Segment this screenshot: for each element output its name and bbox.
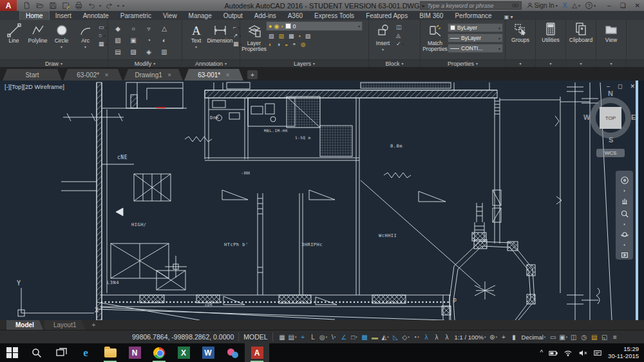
infer-constraints-icon[interactable]: + <box>298 332 308 343</box>
annotation-panel-footer[interactable]: Annotation▾ <box>182 60 240 67</box>
close-tab-icon[interactable]: ✕ <box>225 72 230 78</box>
utilities-panel-footer[interactable]: ▾ <box>536 60 566 67</box>
layer-properties-button[interactable]: Layer Properties <box>242 21 266 59</box>
word-icon[interactable]: W <box>196 343 220 362</box>
modify-tool-2[interactable]: ▿ <box>141 23 156 34</box>
layer-tool-a0[interactable]: ▧ <box>269 33 274 39</box>
navigation-bar[interactable]: ▾ ▾ ▾ <box>616 171 633 260</box>
file-explorer-icon[interactable] <box>98 343 122 362</box>
modify-tool-6[interactable]: ◔ <box>141 34 156 46</box>
properties-panel-footer[interactable]: Properties▾ <box>421 60 506 67</box>
ribbon-tab-annotate[interactable]: Annotate <box>77 12 115 20</box>
edge-icon[interactable]: e <box>73 343 98 362</box>
drawing-minimize-button[interactable]: – <box>607 83 610 90</box>
circle-button[interactable]: Circle▾ <box>50 21 73 59</box>
new-layout-button[interactable]: + <box>86 321 100 329</box>
modify-tool-5[interactable]: ▣ <box>126 34 141 46</box>
layer-tool-b3[interactable]: ◓ <box>292 41 296 48</box>
line-button[interactable]: Line <box>2 21 26 59</box>
tab-layout1[interactable]: Layout1 <box>44 320 86 330</box>
lineweight-icon[interactable]: ▬ <box>370 332 380 343</box>
layer-tool-b1[interactable]: ◑ <box>276 41 279 48</box>
autocad-app-menu-icon[interactable]: A <box>0 0 17 11</box>
modify-tool-4[interactable]: ▧ <box>110 34 126 46</box>
ribbon-tab-featured-apps[interactable]: Featured Apps <box>360 12 413 20</box>
block-tool-2[interactable]: ✓▾ <box>396 41 404 47</box>
undo-icon[interactable] <box>86 1 96 10</box>
action-center-icon[interactable] <box>593 349 602 357</box>
notification-icon[interactable]: ▤ <box>589 332 599 343</box>
ribbon-tab-insert[interactable]: Insert <box>50 12 77 20</box>
new-file-icon[interactable] <box>22 1 32 10</box>
ribbon-tab-bim-360[interactable]: BIM 360 <box>413 12 449 20</box>
view-cube-top-face[interactable]: TOP <box>600 107 621 129</box>
arc-button[interactable]: Arc▾ <box>73 21 97 59</box>
draw-panel-footer[interactable]: Draw▾ <box>0 60 108 67</box>
close-tab-icon[interactable]: ✕ <box>167 72 172 78</box>
graphics-performance-icon[interactable]: ◫ <box>569 332 578 343</box>
exchange-apps-icon[interactable]: X <box>563 2 567 9</box>
ortho-mode-icon[interactable]: L <box>308 332 318 343</box>
task-view-button[interactable] <box>49 343 73 362</box>
draw-tool-2[interactable]: ▦▾ <box>99 41 108 47</box>
workspace-switching-icon[interactable]: ⊛▾ <box>489 332 498 343</box>
block-panel-footer[interactable]: Block▾ <box>369 60 421 67</box>
redo-menu-icon[interactable]: ▾ <box>117 3 119 8</box>
file-tab-start[interactable]: Start <box>3 69 62 81</box>
redo-icon[interactable] <box>104 1 114 10</box>
minimize-button[interactable]: – <box>607 2 611 9</box>
snap-mode-icon[interactable]: ▤▾ <box>288 332 298 343</box>
pan-icon[interactable] <box>620 196 630 205</box>
search-expand-icon[interactable]: ▶ <box>422 3 426 8</box>
linetype-dropdown[interactable]: CONTI...▾ <box>448 44 503 53</box>
drawing-canvas[interactable]: YX0.0mcNEHIGH/L3N4-HHDnKMBL.IM-HK1-5Q mH… <box>0 81 644 320</box>
save-icon[interactable] <box>48 1 57 10</box>
battery-icon[interactable] <box>549 349 558 357</box>
draw-tool-0[interactable]: ▭▾ <box>99 24 108 30</box>
wcs-dropdown[interactable]: WCS <box>596 149 625 157</box>
units-value[interactable]: Decimal▾ <box>520 332 548 343</box>
transparency-icon[interactable]: ◭▾ <box>381 332 390 343</box>
onenote-icon[interactable]: N <box>122 343 147 362</box>
isolate-objects-icon[interactable]: ▮ <box>509 332 519 343</box>
grid-display-icon[interactable]: ▦ <box>278 332 287 343</box>
customization-icon[interactable]: ≡ <box>610 332 620 343</box>
quick-access-menu-icon[interactable]: ▾ <box>122 3 124 8</box>
tab-model[interactable]: Model <box>6 320 43 330</box>
volume-muted-icon[interactable] <box>578 349 587 357</box>
annotation-monitor-icon[interactable]: + <box>499 332 509 343</box>
draw-tool-1[interactable]: ○▾ <box>99 32 108 39</box>
ribbon-tab-output[interactable]: Output <box>218 12 249 20</box>
view-cube-south[interactable]: S <box>609 136 613 144</box>
viewport-controls-label[interactable]: [-][Top][2D Wireframe] <box>5 83 64 90</box>
layer-tool-b0[interactable]: ◐ <box>269 41 272 48</box>
lineweight-dropdown[interactable]: ByLayer▾ <box>448 33 503 43</box>
object-snap-icon[interactable]: □▾ <box>350 332 359 343</box>
dimension-button[interactable]: Dimension <box>208 21 232 59</box>
block-tool-0[interactable]: ◫ <box>396 24 404 30</box>
ribbon-display-toggle-icon[interactable]: ▣ ▾ <box>504 14 513 20</box>
undo-menu-icon[interactable]: ▾ <box>99 3 101 8</box>
model-space-button[interactable]: MODEL <box>243 333 267 341</box>
view-panel-button[interactable]: View <box>596 20 627 59</box>
snap-grid-icon[interactable]: ▩ <box>360 332 370 343</box>
ribbon-tab-view[interactable]: View <box>157 12 183 20</box>
modify-tool-9[interactable]: ▨ <box>126 46 141 57</box>
modify-panel-footer[interactable]: Modify▾ <box>108 60 182 67</box>
ribbon-tab-add-ins[interactable]: Add-ins <box>249 12 282 20</box>
open-file-icon[interactable] <box>35 1 44 10</box>
annotation-visibility-icon[interactable]: λ <box>422 332 431 343</box>
a360-icon[interactable]: △▾ <box>572 2 580 9</box>
modify-tool-11[interactable]: ▥ <box>156 46 172 57</box>
annotation-scale-value[interactable]: 1:1 / 100%▾ <box>453 332 488 343</box>
object-snap-tracking-icon[interactable]: ∠ <box>339 332 349 343</box>
modify-tool-0[interactable]: ◆ <box>110 23 126 34</box>
clipboard-panel-footer[interactable]: ▾ <box>566 60 596 67</box>
block-tool-1[interactable]: ◬ <box>396 32 404 39</box>
hardware-acceleration-icon[interactable]: ◱ <box>600 332 609 343</box>
ribbon-tab-home[interactable]: Home <box>19 11 50 20</box>
modify-tool-8[interactable]: ▤ <box>110 46 126 57</box>
file-tab-63-001[interactable]: 63-001*✕ <box>184 69 243 81</box>
layer-dropdown[interactable]: ● ◉ ▪ 0 ▾ <box>266 21 363 31</box>
quick-properties-icon[interactable]: ▭ <box>548 332 558 343</box>
